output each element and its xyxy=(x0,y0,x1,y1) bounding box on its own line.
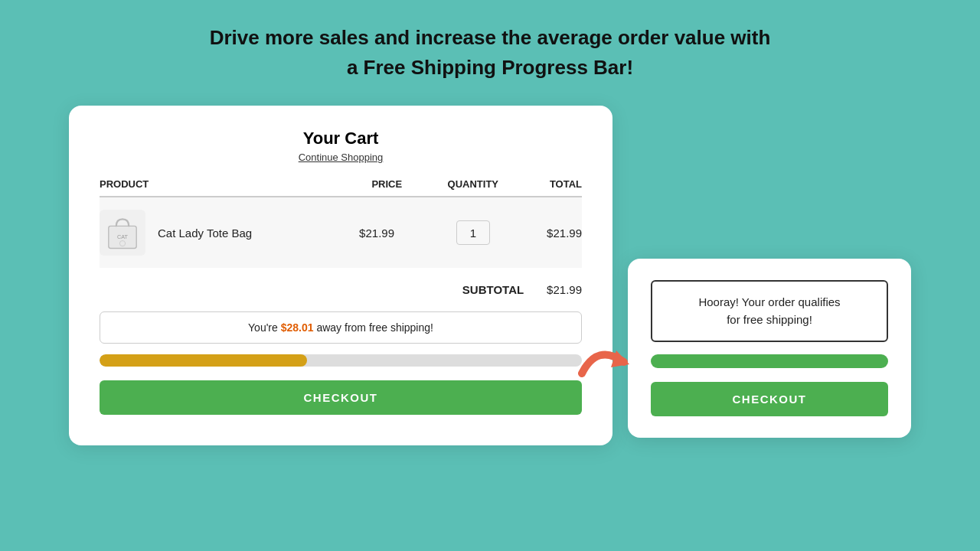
checkout-button[interactable]: CHECKOUT xyxy=(100,380,582,415)
upgraded-progress-bar xyxy=(651,354,888,368)
continue-shopping-link[interactable]: Continue Shopping xyxy=(100,152,582,163)
upgraded-checkout-button[interactable]: CHECKOUT xyxy=(651,382,888,416)
table-row: CAT Cat Lady Tote Bag $21.99 1 xyxy=(100,197,582,268)
product-total: $21.99 xyxy=(524,197,582,268)
quantity-box[interactable]: 1 xyxy=(456,220,490,245)
demo-area: Your Cart Continue Shopping PRODUCT PRIC… xyxy=(69,106,911,445)
upgraded-panel: Hooray! Your order qualifies for free sh… xyxy=(628,259,911,438)
svg-text:CAT: CAT xyxy=(117,233,129,240)
shipping-section: You're $28.01 away from free shipping! C… xyxy=(100,311,582,415)
main-headline: Drive more sales and increase the averag… xyxy=(210,23,771,83)
shipping-amount: $28.01 xyxy=(281,321,314,334)
col-total: TOTAL xyxy=(524,178,582,197)
arrow-container xyxy=(574,335,635,396)
product-price: $21.99 xyxy=(351,197,422,268)
subtotal-value: $21.99 xyxy=(524,268,582,302)
cart-table: PRODUCT PRICE QUANTITY TOTAL xyxy=(100,178,582,302)
col-product: PRODUCT xyxy=(100,178,351,197)
subtotal-label: SUBTOTAL xyxy=(422,268,524,302)
col-price: PRICE xyxy=(351,178,422,197)
cart-title: Your Cart xyxy=(100,129,582,148)
col-quantity: QUANTITY xyxy=(422,178,524,197)
progress-bar-container xyxy=(100,354,582,367)
progress-bar-fill xyxy=(100,354,307,367)
product-cell: CAT Cat Lady Tote Bag xyxy=(100,210,351,256)
upgraded-banner: Hooray! Your order qualifies for free sh… xyxy=(651,280,888,342)
tote-bag-icon: CAT xyxy=(103,214,142,252)
product-name: Cat Lady Tote Bag xyxy=(158,227,252,240)
product-image: CAT xyxy=(100,210,145,256)
shipping-banner: You're $28.01 away from free shipping! xyxy=(100,311,582,344)
subtotal-row: SUBTOTAL $21.99 xyxy=(100,268,582,302)
arrow-icon xyxy=(574,335,635,389)
product-quantity: 1 xyxy=(422,197,524,268)
cart-panel: Your Cart Continue Shopping PRODUCT PRIC… xyxy=(69,106,612,445)
